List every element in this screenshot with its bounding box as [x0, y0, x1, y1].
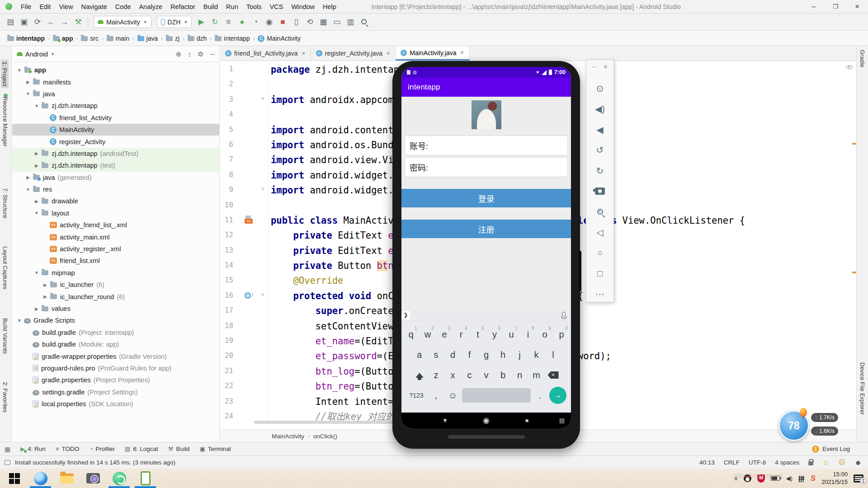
- chevron-collapsed-icon[interactable]: ▶: [34, 163, 39, 168]
- chevron-collapsed-icon[interactable]: ▶: [34, 306, 39, 311]
- minimize-button[interactable]: ─: [803, 0, 825, 14]
- warning-stripe-mark[interactable]: [852, 143, 856, 145]
- fold-marker-icon[interactable]: ∨: [261, 95, 264, 101]
- run-configurations-icon[interactable]: ≡: [222, 14, 235, 30]
- device-manager-icon[interactable]: ▯: [289, 14, 303, 30]
- home-icon[interactable]: ○: [586, 243, 613, 263]
- caret-position[interactable]: 40:13: [699, 459, 715, 466]
- run-configuration-select[interactable]: MainActivity▼: [94, 16, 151, 28]
- key-f[interactable]: f: [462, 345, 477, 364]
- menu-edit[interactable]: Edit: [35, 0, 55, 14]
- debug-icon[interactable]: ●: [235, 14, 249, 30]
- back-icon[interactable]: ←: [44, 14, 58, 30]
- tree-row-activity_friend_list_.xml[interactable]: <>activity_friend_list_.xml: [12, 219, 219, 231]
- tree-row-local.properties[interactable]: local.properties(SDK Location): [12, 398, 219, 410]
- net-speed-widget[interactable]: 78 ↑ 1.7K/s ↓ 1.6K/s: [778, 410, 851, 443]
- event-log-button[interactable]: 1 Event Log: [812, 446, 850, 453]
- tab-friend_list_activity.java[interactable]: Cfriend_list_Activity.java✕: [220, 46, 311, 61]
- toolwindow-run[interactable]: 4: Run: [28, 446, 46, 452]
- tree-row-values[interactable]: ▶values: [12, 303, 219, 314]
- open-icon[interactable]: ▤: [4, 14, 17, 30]
- save-icon[interactable]: ▣: [17, 14, 31, 30]
- chevron-expanded-icon[interactable]: ▼: [17, 68, 22, 73]
- key-k[interactable]: k: [529, 345, 544, 364]
- locate-icon[interactable]: ⊕: [176, 50, 182, 58]
- breadcrumb-item-intentapp[interactable]: intentapp: [7, 35, 45, 42]
- forward-icon[interactable]: →: [58, 14, 71, 30]
- chevron-expanded-icon[interactable]: ▼: [34, 211, 39, 216]
- toolwindow-terminal[interactable]: Terminal: [208, 446, 231, 452]
- chevron-expanded-icon[interactable]: ▼: [25, 91, 31, 96]
- tree-row-gradle.properties[interactable]: gradle.properties(Project Properties): [12, 374, 219, 386]
- tool-strip-layout-captures[interactable]: Layout Captures: [2, 246, 9, 289]
- tool-strip-build-variants[interactable]: Build Variants: [2, 318, 9, 354]
- tree-row-app[interactable]: ▼app: [12, 64, 219, 76]
- menu-run[interactable]: Run: [222, 0, 242, 14]
- maximize-button[interactable]: ❐: [825, 0, 846, 14]
- menu-window[interactable]: Window: [287, 0, 319, 14]
- account-field[interactable]: 账号:: [405, 136, 568, 155]
- period-key[interactable]: .: [533, 386, 547, 405]
- toolwindow-build[interactable]: Build: [176, 446, 190, 452]
- key-s[interactable]: s: [429, 345, 443, 364]
- shift-key[interactable]: [412, 366, 427, 385]
- tree-row-ic_launcher[interactable]: ▶ic_launcher(6): [12, 279, 219, 291]
- symbols-key[interactable]: ?123: [406, 386, 427, 405]
- breadcrumb-item-intentapp[interactable]: intentapp: [215, 35, 250, 42]
- file-encoding[interactable]: UTF-8: [749, 459, 766, 466]
- tree-row-activity_main.xml[interactable]: <>activity_main.xml: [12, 231, 219, 243]
- tree-row-zj.dzh.intentapp[interactable]: ▶zj.dzh.intentapp(androidTest): [12, 148, 219, 160]
- start-button[interactable]: [2, 469, 27, 488]
- nav-home-icon[interactable]: ◉: [483, 416, 490, 425]
- key-h[interactable]: h: [495, 345, 510, 364]
- toolwindow-switcher-icon[interactable]: ▦: [5, 446, 10, 453]
- tool-strip--structure[interactable]: 7: Structure: [2, 188, 9, 218]
- menu-analyze[interactable]: Analyze: [135, 0, 166, 14]
- indent-setting[interactable]: 4 spaces: [775, 459, 799, 466]
- screenshot-icon[interactable]: [586, 181, 613, 202]
- tree-row-zj.dzh.intentapp[interactable]: ▶zj.dzh.intentapp(test): [12, 160, 219, 171]
- key-a[interactable]: a: [412, 345, 427, 364]
- key-c[interactable]: c: [462, 366, 477, 385]
- run-icon[interactable]: ▶: [194, 14, 208, 30]
- sad-face-icon[interactable]: ☹: [839, 458, 846, 466]
- menu-navigate[interactable]: Navigate: [77, 0, 111, 14]
- key-i[interactable]: i8: [521, 325, 536, 344]
- tree-row-ic_launcher_round[interactable]: ▶ic_launcher_round(6): [12, 291, 219, 302]
- chevron-expanded-icon[interactable]: ▼: [25, 187, 31, 192]
- key-j[interactable]: j: [512, 345, 527, 364]
- rotate-left-icon[interactable]: ↺: [586, 140, 613, 161]
- chevron-collapsed-icon[interactable]: ▶: [34, 151, 39, 156]
- tree-row-res[interactable]: ▼res: [12, 183, 219, 195]
- tree-row-manifests[interactable]: ▶manifests: [12, 76, 219, 88]
- taskbar-qq-browser[interactable]: [28, 469, 53, 488]
- nav-overview-icon[interactable]: ■: [525, 418, 528, 424]
- menu-build[interactable]: Build: [199, 0, 222, 14]
- attach-debugger-icon[interactable]: ◉: [262, 14, 276, 30]
- tree-row-drawable[interactable]: ▶drawable: [12, 195, 219, 207]
- menu-file[interactable]: File: [17, 0, 35, 14]
- settings-gear-icon[interactable]: ⚙: [198, 50, 203, 58]
- hide-panel-icon[interactable]: ─: [210, 50, 215, 58]
- tree-row-java[interactable]: ▼java: [12, 88, 219, 100]
- fold-marker-icon[interactable]: ∨: [261, 291, 264, 297]
- key-v[interactable]: v: [479, 366, 494, 385]
- mic-icon[interactable]: [562, 312, 566, 317]
- project-view-mode[interactable]: Android: [25, 51, 48, 58]
- tree-row-mainactivity[interactable]: CMainActivity: [12, 124, 219, 136]
- tab-mainactivity.java[interactable]: CMainActivity.java✕: [396, 46, 469, 61]
- warning-stripe-mark[interactable]: [852, 272, 856, 273]
- suggestion-expand-icon[interactable]: ❯: [401, 311, 410, 319]
- key-e[interactable]: e3: [437, 325, 452, 344]
- build-hammer-icon[interactable]: ⚒: [71, 14, 85, 30]
- password-field[interactable]: 密码:: [405, 157, 568, 177]
- taskbar-android-studio[interactable]: [107, 469, 132, 488]
- tab-register_activity.java[interactable]: Cregister_Activity.java✕: [311, 46, 396, 61]
- key-g[interactable]: g: [479, 345, 494, 364]
- emoji-key[interactable]: ☺: [445, 386, 460, 405]
- emulator-close-icon[interactable]: ✕: [603, 64, 608, 70]
- chevron-expanded-icon[interactable]: ▼: [17, 318, 22, 323]
- key-o[interactable]: o9: [538, 325, 552, 344]
- key-x[interactable]: x: [445, 366, 460, 385]
- sogou-icon[interactable]: S: [811, 474, 816, 483]
